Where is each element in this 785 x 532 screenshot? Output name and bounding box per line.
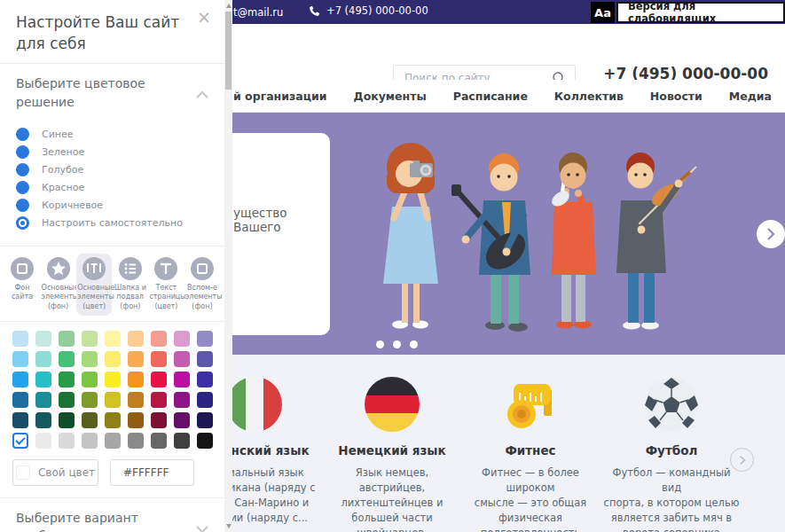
palette-swatch[interactable] — [151, 331, 167, 347]
scheme-option-brown[interactable]: Коричневое — [16, 199, 208, 212]
palette-swatch[interactable] — [174, 351, 190, 367]
carousel-dot[interactable] — [376, 340, 384, 348]
nav-item-staff[interactable]: Коллектив — [554, 90, 624, 103]
palette-swatch[interactable] — [59, 351, 75, 367]
palette-swatch[interactable] — [197, 351, 213, 367]
palette-swatch[interactable] — [197, 433, 213, 449]
palette-swatch[interactable] — [35, 331, 51, 347]
palette-swatch[interactable] — [82, 412, 98, 428]
palette-swatch[interactable] — [197, 412, 213, 428]
palette-swatch[interactable] — [82, 351, 98, 367]
palette-swatch[interactable] — [105, 331, 121, 347]
palette-swatch[interactable] — [35, 392, 51, 408]
palette-swatch[interactable] — [151, 433, 167, 449]
course-card-german[interactable]: Немецкий язык Язык немцев, австрийцев, л… — [323, 377, 461, 532]
color-chip — [16, 466, 30, 480]
scroll-up-icon[interactable] — [226, 4, 232, 8]
palette-swatch[interactable] — [59, 331, 75, 347]
palette-swatch[interactable] — [197, 331, 213, 347]
hero-next-button[interactable] — [757, 220, 785, 248]
color-palette — [0, 321, 224, 454]
palette-swatch[interactable] — [82, 331, 98, 347]
target-auxiliary-elements-bg[interactable]: Вспом-е элементы (фон) — [184, 254, 220, 316]
palette-swatch[interactable] — [105, 412, 121, 428]
target-site-background[interactable]: Фон сайта — [4, 254, 40, 316]
target-main-elements-color[interactable]: Основные элементы (цвет) — [76, 254, 112, 316]
custom-color-button[interactable]: Свой цвет — [12, 459, 98, 486]
scheme-option-red[interactable]: Красное — [16, 181, 208, 194]
courses-next-button[interactable] — [730, 448, 754, 472]
scheme-option-custom[interactable]: Настроить самостоятельно — [16, 216, 208, 230]
palette-swatch[interactable] — [35, 433, 51, 449]
palette-swatch[interactable] — [59, 372, 75, 387]
palette-swatch[interactable] — [59, 433, 75, 449]
palette-swatch[interactable] — [174, 372, 190, 387]
target-page-text-color[interactable]: Текст страницы (цвет) — [148, 254, 184, 316]
palette-swatch[interactable] — [128, 433, 144, 449]
palette-swatch[interactable] — [59, 392, 75, 408]
topbar-email[interactable]: t@mail.ru — [233, 6, 283, 19]
palette-swatch[interactable] — [128, 331, 144, 347]
nav-item-media[interactable]: Медиа — [729, 90, 772, 103]
palette-swatch[interactable] — [151, 412, 167, 428]
palette-swatch[interactable] — [105, 392, 121, 408]
target-header-footer-bg[interactable]: Шапка и подвал (фон) — [113, 254, 148, 316]
nav-item-documents[interactable]: Документы — [354, 90, 427, 103]
palette-swatch[interactable] — [59, 412, 75, 428]
text-icon — [154, 257, 177, 280]
palette-swatch[interactable] — [197, 392, 213, 408]
scroll-down-icon[interactable] — [226, 524, 232, 528]
scheme-option-lightblue[interactable]: Голубое — [16, 163, 208, 176]
carousel-dot[interactable] — [393, 340, 401, 348]
topbar-phone[interactable]: +7 (495) 000-00-00 — [309, 4, 428, 17]
chevron-down-icon[interactable] — [196, 520, 208, 532]
palette-swatch[interactable] — [35, 372, 51, 387]
palette-swatch[interactable] — [82, 372, 98, 387]
scheme-option-green[interactable]: Зеленое — [16, 145, 208, 159]
panel-scrollbar[interactable] — [224, 0, 232, 532]
palette-swatch[interactable] — [197, 372, 213, 387]
palette-swatch[interactable] — [12, 331, 28, 347]
nav-item-organization[interactable]: й организации — [233, 90, 327, 103]
nav-item-schedule[interactable]: Расписание — [453, 90, 528, 103]
palette-swatch[interactable] — [151, 392, 167, 408]
font-size-badge[interactable]: Aa — [591, 2, 615, 23]
palette-swatch[interactable] — [82, 392, 98, 408]
course-card-football[interactable]: Футбол Футбол — командный вид спорта, в … — [602, 377, 741, 532]
palette-swatch[interactable] — [35, 412, 51, 428]
nav-item-news[interactable]: Новости — [650, 90, 703, 103]
palette-swatch[interactable] — [12, 433, 28, 449]
palette-swatch[interactable] — [35, 351, 51, 367]
palette-swatch[interactable] — [174, 392, 190, 408]
palette-swatch[interactable] — [105, 372, 121, 387]
palette-swatch[interactable] — [151, 372, 167, 387]
palette-swatch[interactable] — [174, 331, 190, 347]
panel-header: Настройте Ваш сайт для себя × — [0, 0, 224, 63]
chevron-up-icon[interactable] — [196, 85, 208, 102]
palette-swatch[interactable] — [82, 433, 98, 449]
palette-swatch[interactable] — [174, 433, 190, 449]
carousel-dot[interactable] — [410, 340, 418, 348]
close-icon[interactable]: × — [197, 9, 211, 26]
palette-swatch[interactable] — [174, 412, 190, 428]
target-main-elements-bg[interactable]: Основные элементы (фон) — [41, 254, 76, 316]
radio-icon — [16, 145, 29, 159]
accessibility-version-button[interactable]: Версия для слабовидящих — [616, 2, 785, 23]
palette-swatch[interactable] — [105, 433, 121, 449]
hex-color-input[interactable] — [110, 459, 194, 486]
display-variant-title: Выберите вариант отображения — [0, 498, 224, 532]
palette-swatch[interactable] — [12, 351, 28, 367]
palette-swatch[interactable] — [12, 392, 28, 408]
course-text: Язык немцев, австрийцев, лихтенштейнцев … — [323, 466, 461, 532]
palette-swatch[interactable] — [128, 372, 144, 387]
palette-swatch[interactable] — [12, 412, 28, 428]
palette-swatch[interactable] — [128, 392, 144, 408]
palette-swatch[interactable] — [151, 351, 167, 367]
palette-swatch[interactable] — [12, 372, 28, 387]
scheme-option-blue[interactable]: Синее — [16, 128, 208, 141]
course-card-fitness[interactable]: Фитнес Фитнес — в более широком смысле —… — [461, 377, 600, 532]
scrollbar-thumb[interactable] — [225, 12, 232, 90]
palette-swatch[interactable] — [105, 351, 121, 367]
palette-swatch[interactable] — [128, 412, 144, 428]
palette-swatch[interactable] — [128, 351, 144, 367]
